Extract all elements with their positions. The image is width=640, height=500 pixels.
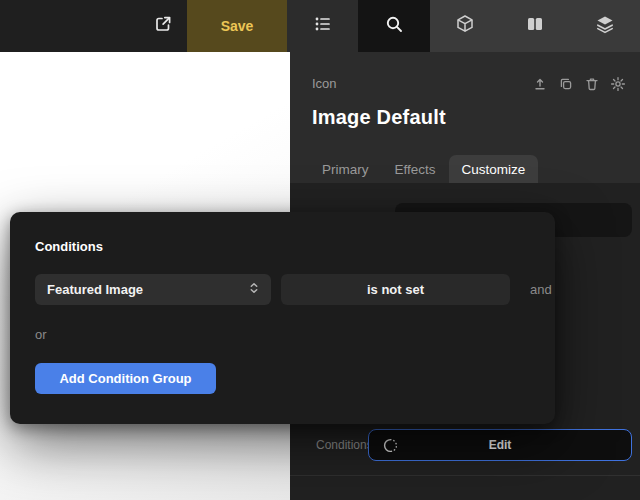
page-title: Image Default (312, 106, 446, 129)
panel-tabs: Primary Effects Customize (290, 155, 640, 183)
layers-button[interactable] (570, 0, 640, 52)
updown-chevron-icon (247, 281, 261, 299)
conditions-property-row: Conditions Edit (290, 429, 640, 461)
search-icon (383, 13, 405, 39)
popover-title: Conditions (35, 239, 103, 254)
toolbar-right-group (430, 0, 640, 52)
trash-button[interactable] (583, 75, 600, 92)
upload-button[interactable] (531, 75, 548, 92)
tab-customize[interactable]: Customize (449, 155, 539, 183)
open-preview-button[interactable] (138, 0, 187, 52)
selection-type-label: Icon (312, 76, 337, 91)
copy-button[interactable] (557, 75, 574, 92)
gear-button[interactable] (609, 75, 626, 92)
cms-list-button[interactable] (287, 0, 358, 52)
condition-conjunction-label: and (530, 274, 552, 305)
conditions-property-label: Conditions (316, 429, 373, 461)
condition-operator-button[interactable]: is not set (281, 274, 510, 305)
edit-button-label: Edit (489, 438, 512, 452)
layout-button[interactable] (500, 0, 570, 52)
open-in-new-icon (152, 13, 174, 39)
add-condition-group-button[interactable]: Add Condition Group (35, 363, 216, 394)
panel-divider (290, 475, 640, 476)
panel-header-actions (531, 75, 626, 92)
layers-icon (594, 13, 616, 39)
columns-icon (524, 13, 546, 39)
tab-effects[interactable]: Effects (395, 155, 436, 183)
tab-primary[interactable]: Primary (322, 155, 369, 183)
condition-field-select[interactable]: Featured Image (35, 274, 271, 305)
save-button[interactable]: Save (187, 0, 287, 52)
components-button[interactable] (430, 0, 500, 52)
condition-field-value: Featured Image (47, 282, 247, 297)
conditions-edit-button[interactable]: Edit (368, 429, 632, 461)
cube-icon (454, 13, 476, 39)
search-button[interactable] (358, 0, 430, 52)
or-label: or (35, 327, 47, 342)
toolbar: Save (0, 0, 640, 52)
list-icon (312, 13, 334, 39)
conditions-circle-icon (383, 438, 398, 457)
conditions-popover: Conditions Featured Image is not set and… (10, 212, 555, 424)
